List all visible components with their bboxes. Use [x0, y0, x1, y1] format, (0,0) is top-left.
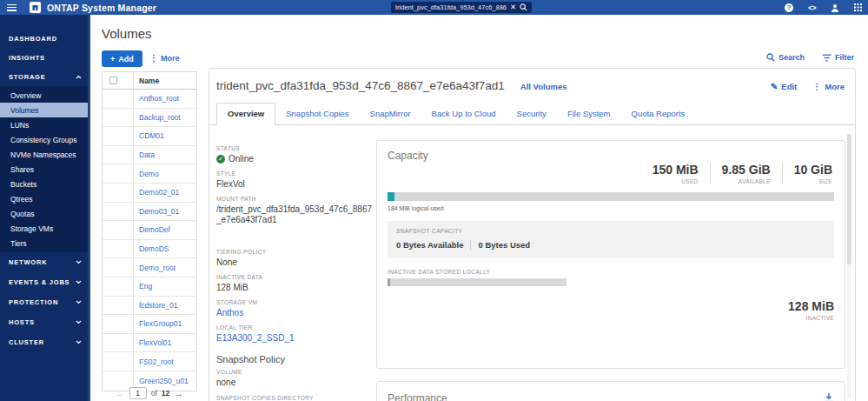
- table-header-row: Name: [103, 72, 196, 90]
- mount-path-field: MOUNT PATH /trident_pvc_dfa31fda_953d_47…: [216, 196, 373, 225]
- table-row[interactable]: fcdstore_01: [103, 297, 196, 316]
- snapshot-copies-directory-label: SNAPSHOT COPIES DIRECTORY: [216, 395, 373, 401]
- sidebar-item-overview[interactable]: Overview: [0, 88, 90, 103]
- page-title: Volumes: [102, 26, 152, 41]
- sidebar-item-buckets[interactable]: Buckets: [0, 177, 90, 191]
- storage-vm-link[interactable]: Anthos: [216, 308, 373, 318]
- name-column-header[interactable]: Name: [134, 77, 159, 85]
- sidebar-item-qtrees[interactable]: Qtrees: [0, 191, 90, 206]
- local-tier-link[interactable]: E13A300_2_SSD_1: [216, 333, 373, 344]
- snapshot-policy-heading: Snapshot Policy: [216, 354, 373, 364]
- select-all-checkbox[interactable]: [109, 77, 117, 84]
- table-row[interactable]: FlexVol01: [103, 334, 196, 353]
- tab-security[interactable]: Security: [507, 104, 557, 124]
- table-row[interactable]: Data: [103, 146, 196, 165]
- kebab-icon: ⋮: [149, 53, 158, 63]
- search-icon: [766, 53, 775, 62]
- sidebar-item-shares[interactable]: Shares: [0, 162, 90, 177]
- sidebar-item-dashboard[interactable]: DASHBOARD: [0, 29, 90, 48]
- tab-quota-reports[interactable]: Quota Reports: [621, 104, 696, 124]
- user-icon[interactable]: [831, 3, 839, 12]
- edit-button[interactable]: ✎ Edit: [771, 82, 797, 91]
- sidebar-item-insights[interactable]: INSIGHTS: [0, 48, 90, 67]
- inactive-sublabel: INACTIVE: [388, 315, 834, 321]
- performance-title: Performance: [388, 392, 447, 401]
- sidebar-item-tiers[interactable]: Tiers: [0, 236, 90, 251]
- filter-button[interactable]: Filter: [822, 53, 854, 62]
- table-row[interactable]: Demo02_01: [103, 184, 196, 203]
- snapshot-used: 0 Bytes Used: [470, 240, 530, 250]
- status-online-icon: ✓: [216, 155, 225, 164]
- previous-page-icon[interactable]: ←: [116, 389, 125, 398]
- sidebar-item-network[interactable]: NETWORK: [0, 252, 90, 272]
- apps-grid-icon[interactable]: [854, 3, 862, 11]
- table-row[interactable]: FS02_root: [103, 352, 196, 371]
- sidebar-item-consistency-groups[interactable]: Consistency Groups: [0, 132, 90, 147]
- sidebar-item-nvme-namespaces[interactable]: NVMe Namespaces: [0, 147, 90, 162]
- tab-snapshot-copies[interactable]: Snapshot Copies: [275, 104, 359, 124]
- add-volume-button[interactable]: + Add: [102, 50, 142, 67]
- table-row[interactable]: Demo: [103, 164, 196, 184]
- top-bar: ONTAP System Manager trident_pvc_dfa31fd…: [0, 0, 868, 15]
- sidebar-item-events-jobs[interactable]: EVENTS & JOBS: [0, 272, 90, 292]
- sidebar-item-quotas[interactable]: Quotas: [0, 206, 90, 221]
- chevron-down-icon: [76, 340, 82, 344]
- tab-overview[interactable]: Overview: [216, 103, 275, 125]
- inactive-data-bar: [388, 278, 567, 286]
- available-label: AVAILABLE: [722, 178, 771, 184]
- download-icon[interactable]: [824, 392, 834, 401]
- tab-back-up-to-cloud[interactable]: Back Up to Cloud: [421, 104, 507, 124]
- all-volumes-link[interactable]: All Volumes: [520, 82, 567, 91]
- sidebar-item-storage-vms[interactable]: Storage VMs: [0, 221, 90, 236]
- hamburger-menu-icon[interactable]: [7, 4, 17, 11]
- table-row[interactable]: Demo_root: [103, 258, 196, 277]
- help-icon[interactable]: ?: [785, 3, 793, 12]
- sidebar-item-luns[interactable]: LUNs: [0, 117, 90, 132]
- global-search-input[interactable]: trident_pvc_dfa31fda_953d_47c6_8867_ ✕: [391, 2, 532, 13]
- sidebar-item-volumes[interactable]: Volumes: [0, 103, 90, 117]
- panel-scrollbar[interactable]: [847, 134, 851, 399]
- table-row[interactable]: CDM01: [103, 127, 196, 146]
- table-row[interactable]: Eng: [103, 277, 196, 297]
- tab-snapmirror[interactable]: SnapMirror: [360, 104, 421, 124]
- table-row[interactable]: Demo03_01: [103, 203, 196, 222]
- next-page-icon[interactable]: →: [174, 389, 183, 398]
- used-value: 150 MiB: [653, 163, 699, 177]
- pagination-of-label: of: [151, 389, 157, 398]
- capacity-used-segment: [388, 192, 394, 201]
- tab-file-system[interactable]: File System: [557, 104, 621, 124]
- table-row[interactable]: Anthos_root: [103, 90, 196, 109]
- volume-policy-field: VOLUME none: [216, 369, 373, 388]
- capacity-title: Capacity: [388, 150, 834, 162]
- sidebar-item-protection[interactable]: PROTECTION: [0, 292, 90, 312]
- search-volumes-button[interactable]: Search: [766, 53, 805, 62]
- chevron-up-icon: [76, 75, 82, 79]
- clear-search-icon[interactable]: ✕: [510, 3, 516, 11]
- table-row[interactable]: DemoDS: [103, 240, 196, 259]
- volume-detail-panel: trident_pvc_dfa31fda_953d_47c6_8867_e7e6…: [209, 68, 856, 401]
- tiering-policy-field: TIERING POLICY None: [216, 249, 373, 268]
- sidebar-item-cluster[interactable]: CLUSTER: [0, 332, 90, 352]
- chevron-down-icon: [76, 280, 82, 284]
- style-field: STYLE FlexVol: [216, 170, 373, 190]
- page-number-input[interactable]: 1: [129, 387, 147, 399]
- local-tier-field: LOCAL TIER E13A300_2_SSD_1: [216, 324, 373, 344]
- table-row[interactable]: FlexGroup01: [103, 315, 196, 334]
- search-icon[interactable]: [520, 3, 527, 11]
- pagination: ← 1 of 12 →: [102, 387, 197, 399]
- app-title: ONTAP System Manager: [47, 3, 156, 13]
- chevron-down-icon: [76, 260, 82, 264]
- used-label: USED: [653, 178, 699, 184]
- kebab-icon: ⋮: [812, 82, 821, 91]
- table-row[interactable]: Backup_root: [103, 109, 196, 128]
- table-row[interactable]: DemoDef: [103, 221, 196, 240]
- list-more-button[interactable]: ⋮ More: [149, 53, 180, 63]
- snapshot-capacity-box: SNAPSHOT CAPACITY 0 Bytes Available 0 By…: [388, 221, 834, 258]
- sidebar-item-storage[interactable]: STORAGE: [0, 67, 90, 86]
- storage-submenu: Overview Volumes LUNs Consistency Groups…: [0, 86, 90, 252]
- sidebar-item-hosts[interactable]: HOSTS: [0, 312, 90, 332]
- api-code-icon[interactable]: <>: [808, 3, 816, 12]
- detail-more-button[interactable]: ⋮ More: [812, 82, 845, 91]
- sidebar-nav: DASHBOARD INSIGHTS STORAGE Overview Volu…: [0, 15, 90, 401]
- capacity-card: Capacity 150 MiB USED 9.85 GiB AVAILABLE…: [376, 140, 845, 369]
